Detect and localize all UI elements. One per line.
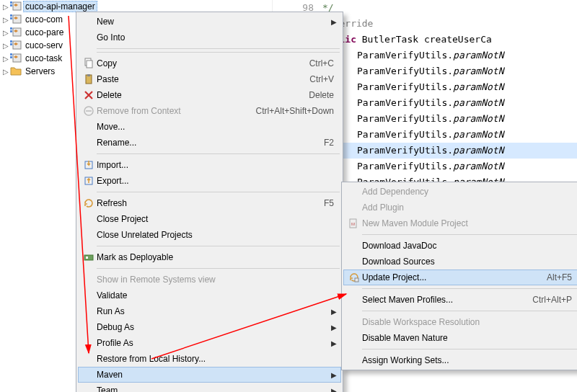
blank-icon [346,330,362,346]
svg-rect-12 [10,53,12,55]
export-icon [81,173,97,189]
menu-item-label: Download Sources [362,257,576,267]
svg-rect-6 [10,27,12,30]
menu-item-label: New Maven Module Project [362,218,576,228]
svg-rect-24 [86,257,88,259]
menu-item[interactable]: Close Project [78,211,341,227]
maven-submenu: Add DependencyAdd PluginMNew Maven Modul… [341,182,577,370]
menu-item-label: Delete [97,90,309,100]
menu-item-label: Move... [97,122,338,132]
menu-item-label: Team [97,386,330,392]
blank-icon [346,352,362,368]
folder-icon [10,66,22,77]
menu-item[interactable]: Rename...F2 [78,135,341,151]
menu-item: Show in Remote Systems view [78,272,341,288]
expander-icon[interactable]: ▷ [1,3,10,11]
submenu-arrow-icon: ▶ [330,18,338,26]
menu-item[interactable]: Import... [78,157,341,173]
blank-icon [81,135,97,151]
blank-icon [81,211,97,227]
blank-icon [81,119,97,135]
menu-item[interactable]: Profile As▶ [78,335,341,351]
menu-item-label: Refresh [97,198,324,208]
menu-shortcut: F2 [324,138,338,148]
blank-icon [81,319,97,335]
menu-item-label: Add Dependency [362,187,576,197]
menu-item-label: Show in Remote Systems view [97,275,338,285]
menu-item-label: Copy [97,58,309,68]
menu-shortcut: Delete [309,90,338,100]
menu-item[interactable]: PasteCtrl+V [78,71,341,87]
blank-icon [81,30,97,45]
menu-item[interactable]: Download JavaDoc [343,238,577,254]
blank-icon [346,292,362,308]
maven-project-icon [10,1,22,12]
menu-item[interactable]: DeleteDelete [78,87,341,103]
blank-icon [81,383,97,392]
menu-item[interactable]: Team▶ [78,383,341,392]
blank-icon [81,335,97,351]
paste-icon [81,71,97,87]
menu-item[interactable]: Export... [78,173,341,189]
menu-item-label: Download JavaDoc [362,241,576,251]
svg-text:M: M [351,222,355,226]
menu-item: MNew Maven Module Project [343,215,577,231]
svg-rect-10 [10,43,12,45]
remove-icon [81,103,97,119]
svg-rect-5 [13,15,21,23]
blank-icon [346,314,362,330]
submenu-arrow-icon: ▶ [330,387,338,393]
menu-item: Add Dependency [343,184,577,200]
menu-item[interactable]: Restore from Local History... [78,351,341,367]
menu-item-label: New [97,17,330,27]
menu-item[interactable]: Mark as Deployable [78,249,341,265]
menu-item[interactable]: Update Project...Alt+F5 [343,270,577,285]
svg-rect-8 [13,28,21,36]
blank-icon [81,227,97,243]
menu-item[interactable]: Move... [78,119,341,135]
menu-shortcut: Alt+F5 [547,272,576,282]
menu-item[interactable]: Disable Maven Nature [343,330,577,346]
svg-rect-18 [87,74,90,76]
menu-item[interactable]: RefreshF5 [78,195,341,211]
menu-item-label: Validate [97,290,338,300]
blank-icon [346,184,362,200]
svg-rect-0 [10,1,12,4]
menu-item[interactable]: Select Maven Profiles...Ctrl+Alt+P [343,292,577,308]
refresh-icon [81,195,97,211]
menu-item[interactable]: CopyCtrl+C [78,55,341,71]
menu-shortcut: Ctrl+C [309,58,338,68]
menu-item[interactable]: Validate [78,288,341,303]
blank-icon [81,303,97,319]
menu-item[interactable]: Download Sources [343,254,577,270]
submenu-arrow-icon: ▶ [330,308,338,316]
menu-item-label: Restore from Local History... [97,354,338,364]
menu-item[interactable]: Debug As▶ [78,319,341,335]
menu-item-label: Debug As [97,322,330,332]
import-icon [81,157,97,173]
menu-item-label: Add Plugin [362,202,576,213]
menu-item[interactable]: Maven▶ [78,367,341,383]
svg-rect-3 [10,14,12,17]
blank-icon [346,254,362,270]
svg-rect-14 [13,54,21,62]
menu-item: Add Plugin [343,200,577,215]
tree-item-label: cuco-api-manager [23,1,97,12]
menu-item-label: Close Unrelated Projects [97,230,338,240]
menu-item[interactable]: Assign Working Sets... [343,352,577,368]
menu-item-label: Update Project... [362,272,547,282]
menu-item[interactable]: Close Unrelated Projects [78,227,341,243]
svg-rect-7 [10,30,12,32]
menu-shortcut: Ctrl+Alt+P [532,295,576,305]
menu-shortcut: F5 [324,198,338,208]
menu-item: Disable Workspace Resolution [343,314,577,330]
project-context-menu: New▶Go IntoCopyCtrl+CPasteCtrl+VDeleteDe… [76,12,343,392]
menu-item[interactable]: Run As▶ [78,303,341,319]
menu-item[interactable]: Go Into [78,30,341,45]
svg-rect-1 [10,4,12,6]
menu-item[interactable]: New▶ [78,14,341,30]
menu-item-label: Disable Maven Nature [362,333,576,343]
svg-rect-9 [10,40,12,43]
delete-icon [81,87,97,103]
svg-rect-23 [84,255,93,260]
